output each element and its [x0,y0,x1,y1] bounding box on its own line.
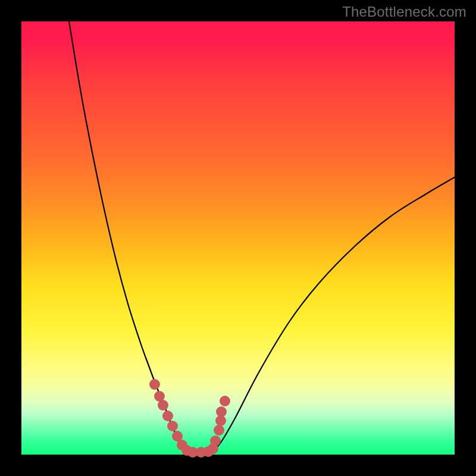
valley-marker [220,396,230,406]
valley-marker [149,379,160,390]
valley-marker [216,406,227,417]
curve-layer [21,21,455,455]
valley-marker [210,436,221,446]
chart-frame: TheBottleneck.com [0,0,476,476]
valley-marker [158,400,168,411]
bottleneck-curve [69,21,455,453]
valley-marker [214,425,224,436]
valley-marker [162,411,173,421]
watermark-text: TheBottleneck.com [342,4,466,20]
valley-marker [167,421,178,431]
